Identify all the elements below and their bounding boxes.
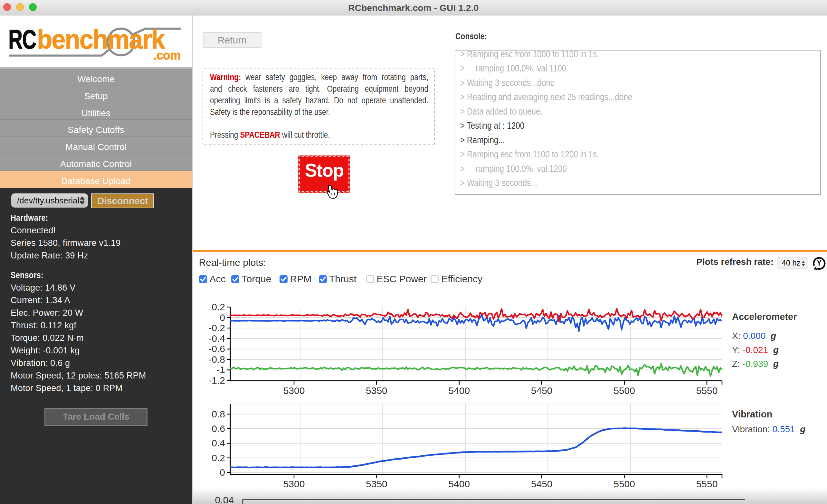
svg-text:0.2: 0.2	[211, 452, 225, 463]
svg-text:0.6: 0.6	[211, 423, 225, 434]
svg-text:5300: 5300	[283, 385, 305, 396]
svg-text:-1.2: -1.2	[208, 375, 225, 386]
svg-text:0.4: 0.4	[211, 438, 225, 448]
svg-text:5450: 5450	[531, 479, 553, 489]
svg-text:5300: 5300	[283, 479, 305, 489]
svg-text:5400: 5400	[448, 479, 470, 489]
svg-text:5350: 5350	[366, 479, 387, 489]
svg-text:Y: Y	[817, 259, 822, 267]
svg-text:-0.2: -0.2	[208, 323, 225, 333]
svg-text:0.2: 0.2	[211, 301, 225, 312]
svg-text:-0.8: -0.8	[208, 354, 225, 365]
svg-text:5400: 5400	[448, 385, 470, 396]
svg-text:5450: 5450	[531, 385, 553, 396]
svg-text:0: 0	[220, 467, 225, 478]
svg-text:0.8: 0.8	[211, 409, 225, 419]
svg-text:5550: 5550	[696, 385, 718, 396]
svg-text:5500: 5500	[614, 479, 635, 489]
svg-text:0.04: 0.04	[215, 495, 234, 504]
svg-text:0: 0	[220, 312, 225, 323]
svg-text:-0.6: -0.6	[208, 343, 225, 354]
svg-text:-1: -1	[216, 364, 225, 375]
svg-text:-0.4: -0.4	[208, 333, 225, 344]
svg-text:5500: 5500	[614, 385, 635, 396]
svg-text:5350: 5350	[366, 385, 387, 396]
svg-text:5550: 5550	[696, 479, 718, 489]
